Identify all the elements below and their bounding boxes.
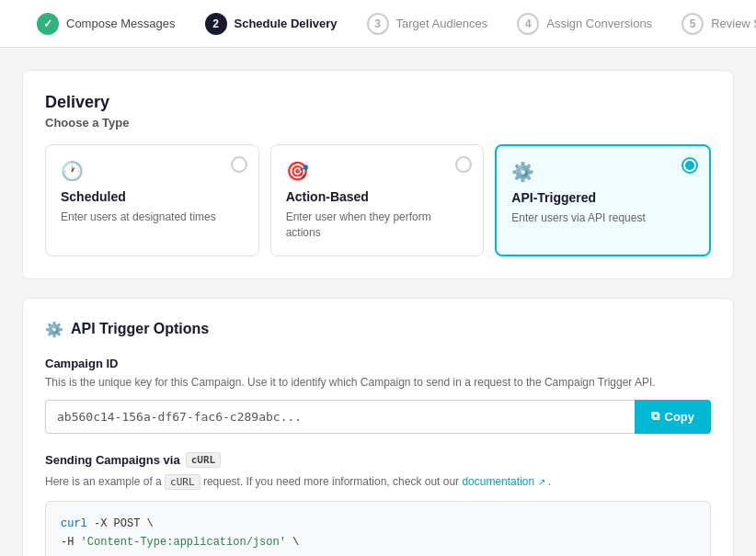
campaign-id-label: Campaign ID <box>45 357 711 370</box>
scheduled-desc: Enter users at designated times <box>61 210 244 225</box>
step-3-label: Target Audiences <box>396 17 488 30</box>
step-1-circle: ✓ <box>37 13 59 35</box>
action-based-radio[interactable] <box>455 156 472 173</box>
step-1-label: Compose Messages <box>66 17 176 30</box>
curl-code-badge: cURL <box>165 474 200 490</box>
documentation-link-text: documentation <box>462 475 534 488</box>
action-based-icon: 🎯 <box>286 160 469 182</box>
code-line-3: -H 'Authorization: Bearer a valid rest a… <box>61 552 695 556</box>
step-4-circle: 4 <box>517 13 539 35</box>
sending-desc: Here is an example of a cURL request. If… <box>45 473 711 491</box>
nav-step-review[interactable]: 5 Review Summary <box>667 0 756 47</box>
copy-label: Copy <box>665 410 695 424</box>
copy-icon: ⧉ <box>651 409 659 424</box>
sending-via-text: Sending Campaigns via <box>45 453 180 467</box>
api-trigger-icon: ⚙️ <box>45 321 63 338</box>
sending-label: Sending Campaigns via cURL <box>45 452 711 468</box>
external-link-icon: ↗ <box>538 477 545 487</box>
step-4-label: Assign Conversions <box>546 17 652 30</box>
step-3-circle: 3 <box>367 13 389 35</box>
api-triggered-desc: Enter users via API request <box>511 210 694 226</box>
campaign-id-desc: This is the unique key for this Campaign… <box>45 374 711 391</box>
code-block: curl -X POST \ -H 'Content-Type:applicat… <box>45 501 711 556</box>
top-navigation: ✓ Compose Messages 2 Schedule Delivery 3… <box>0 0 756 48</box>
type-card-api-triggered[interactable]: ⚙️ API-Triggered Enter users via API req… <box>495 144 711 256</box>
documentation-link[interactable]: documentation ↗ <box>462 475 547 488</box>
code-line-2: -H 'Content-Type:application/json' \ <box>61 533 695 551</box>
delivery-type-cards: 🕐 Scheduled Enter users at designated ti… <box>45 144 711 256</box>
delivery-subtitle: Choose a Type <box>45 116 711 130</box>
scheduled-icon: 🕐 <box>61 160 244 182</box>
action-based-desc: Enter user when they perform actions <box>286 210 469 241</box>
api-triggered-radio[interactable] <box>682 157 698 174</box>
type-card-scheduled[interactable]: 🕐 Scheduled Enter users at designated ti… <box>45 144 259 256</box>
scheduled-radio[interactable] <box>231 156 247 173</box>
nav-step-conversions[interactable]: 4 Assign Conversions <box>502 0 667 47</box>
step-2-circle: 2 <box>205 13 227 35</box>
nav-step-schedule[interactable]: 2 Schedule Delivery <box>190 0 352 47</box>
code-line-1: curl -X POST \ <box>61 515 695 533</box>
step-2-label: Schedule Delivery <box>235 17 338 30</box>
step-5-circle: 5 <box>682 13 704 35</box>
api-trigger-title: API Trigger Options <box>71 321 209 337</box>
api-trigger-card: ⚙️ API Trigger Options Campaign ID This … <box>22 298 734 556</box>
scheduled-title: Scheduled <box>61 189 244 204</box>
curl-badge: cURL <box>186 452 222 468</box>
delivery-title: Delivery <box>45 93 711 112</box>
copy-button[interactable]: ⧉ Copy <box>635 400 712 434</box>
step-5-label: Review Summary <box>711 17 756 30</box>
nav-step-audiences[interactable]: 3 Target Audiences <box>352 0 503 47</box>
delivery-card: Delivery Choose a Type 🕐 Scheduled Enter… <box>22 70 734 279</box>
api-triggered-title: API-Triggered <box>511 190 694 205</box>
nav-step-compose[interactable]: ✓ Compose Messages <box>22 0 190 47</box>
campaign-id-input[interactable] <box>45 400 635 434</box>
api-triggered-icon: ⚙️ <box>511 161 694 183</box>
sending-desc-after: request. If you need more information, c… <box>203 475 459 488</box>
campaign-id-row: ⧉ Copy <box>45 400 711 434</box>
main-content: Delivery Choose a Type 🕐 Scheduled Enter… <box>0 48 756 556</box>
api-trigger-header: ⚙️ API Trigger Options <box>45 321 711 338</box>
sending-desc-before: Here is an example of a <box>45 475 162 488</box>
action-based-title: Action-Based <box>286 189 469 204</box>
type-card-action-based[interactable]: 🎯 Action-Based Enter user when they perf… <box>270 144 485 256</box>
